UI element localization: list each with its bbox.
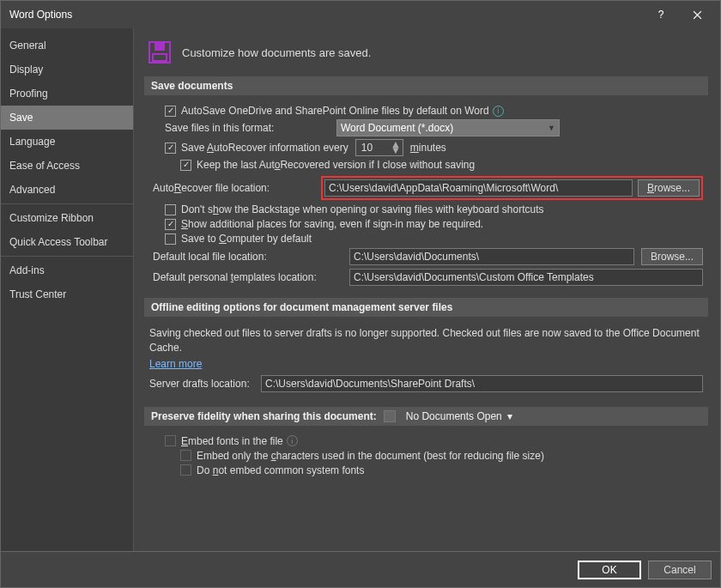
default-local-location-label: Default local file location: <box>149 251 342 263</box>
svg-rect-2 <box>153 54 167 61</box>
server-drafts-label: Server drafts location: <box>149 378 261 390</box>
sidebar-item-language[interactable]: Language <box>1 130 133 154</box>
cancel-button[interactable]: Cancel <box>648 561 712 579</box>
sidebar-item-customize-ribbon[interactable]: Customize Ribbon <box>1 206 133 230</box>
spinner-arrows: ▲▼ <box>391 142 401 154</box>
autorecover-location-input[interactable]: C:\Users\david\AppData\Roaming\Microsoft… <box>324 179 633 197</box>
svg-rect-1 <box>154 42 165 51</box>
document-icon <box>384 410 396 422</box>
dont-show-backstage-label: Don't show the Backstage when opening or… <box>181 203 544 215</box>
close-icon <box>693 10 702 20</box>
save-header-icon <box>144 37 175 68</box>
server-drafts-input[interactable]: C:\Users\david\Documents\SharePoint Draf… <box>261 375 703 392</box>
word-options-dialog: Word Options ? General Display Proofing … <box>0 0 721 588</box>
learn-more-link[interactable]: Learn more <box>149 358 202 370</box>
info-icon[interactable]: i <box>493 106 504 117</box>
show-additional-places-label: Show additional places for saving, even … <box>181 218 483 230</box>
autosave-checkbox[interactable] <box>165 106 176 117</box>
keep-last-autorecover-checkbox[interactable] <box>180 160 191 171</box>
embed-fonts-label: Embed fonts in the file <box>181 435 283 447</box>
autorecover-location-highlight: C:\Users\david\AppData\Roaming\Microsoft… <box>321 176 703 200</box>
section-offline-editing: Offline editing options for document man… <box>144 298 708 317</box>
embed-only-characters-label: Embed only the characters used in the do… <box>197 450 544 462</box>
default-local-location-input[interactable]: C:\Users\david\Documents\ <box>349 248 634 265</box>
sidebar-item-quick-access-toolbar[interactable]: Quick Access Toolbar <box>1 230 133 254</box>
window-title: Word Options <box>9 9 643 21</box>
sidebar-item-display[interactable]: Display <box>1 58 133 82</box>
chevron-down-icon: ▼ <box>548 124 555 132</box>
embed-fonts-checkbox[interactable] <box>165 435 176 446</box>
ok-button[interactable]: OK <box>578 561 641 579</box>
save-format-label: Save files in this format: <box>165 122 336 134</box>
info-icon[interactable]: i <box>287 435 298 446</box>
minutes-label: mminutesinutes <box>410 142 446 154</box>
dont-show-backstage-checkbox[interactable] <box>165 204 176 215</box>
sidebar-item-general[interactable]: General <box>1 33 133 58</box>
autorecover-browse-button[interactable]: Browse... <box>638 179 700 197</box>
sidebar-item-ease-of-access[interactable]: Ease of Access <box>1 154 133 178</box>
autorecover-checkbox[interactable] <box>165 142 176 154</box>
personal-templates-label: Default personal templates location: <box>149 271 342 283</box>
dialog-footer: OK Cancel <box>1 551 720 587</box>
sidebar-item-proofing[interactable]: Proofing <box>1 82 133 106</box>
preserve-document-dropdown[interactable]: No Documents Open ▾ <box>406 410 513 422</box>
sidebar-item-trust-center[interactable]: Trust Center <box>1 282 133 306</box>
section-save-documents: Save documents <box>144 76 708 95</box>
offline-note: Saving checked out files to server draft… <box>149 326 703 355</box>
do-not-embed-common-label: Do not embed common system fonts <box>197 464 364 476</box>
autorecover-label: Save AutoRecover information every <box>181 142 348 154</box>
autosave-label: AutoSave OneDrive and SharePoint Online … <box>181 105 489 117</box>
titlebar: Word Options ? <box>1 1 720 28</box>
save-to-computer-checkbox[interactable] <box>165 233 176 245</box>
embed-only-characters-checkbox <box>180 450 191 461</box>
category-sidebar: General Display Proofing Save Language E… <box>1 28 134 551</box>
autorecover-location-label: AutoRecover file location: <box>149 182 321 194</box>
sidebar-item-add-ins[interactable]: Add-ins <box>1 258 133 282</box>
personal-templates-input[interactable]: C:\Users\david\Documents\Custom Office T… <box>349 269 703 286</box>
close-button[interactable] <box>679 2 715 27</box>
default-local-browse-button[interactable]: Browse... <box>641 248 703 265</box>
help-button[interactable]: ? <box>643 2 679 27</box>
section-preserve-fidelity: Preserve fidelity when sharing this docu… <box>144 407 708 426</box>
do-not-embed-common-checkbox <box>180 464 191 476</box>
sidebar-item-save[interactable]: Save <box>1 106 133 130</box>
header-text: Customize how documents are saved. <box>182 46 371 59</box>
show-additional-places-checkbox[interactable] <box>165 219 176 230</box>
save-format-dropdown[interactable]: Word Document (*.docx)▼ <box>336 119 560 136</box>
autorecover-minutes-spinner[interactable]: 10 ▲▼ <box>355 139 403 156</box>
sidebar-item-advanced[interactable]: Advanced <box>1 178 133 202</box>
main-panel: Customize how documents are saved. Save … <box>134 28 720 551</box>
save-to-computer-label: Save to Computer by default <box>181 233 312 245</box>
keep-last-label: Keep the last AutoRecovered version if I… <box>197 159 475 171</box>
